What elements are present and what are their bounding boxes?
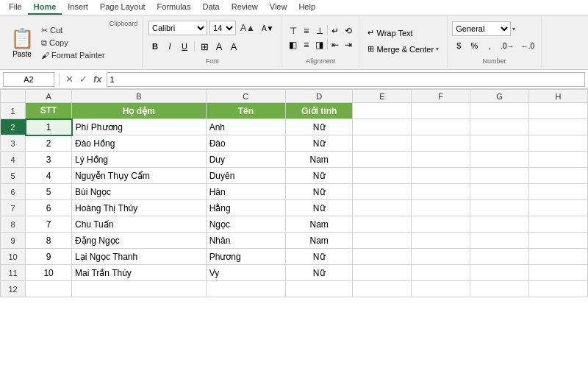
confirm-icon[interactable]: ✓ xyxy=(78,74,89,85)
number-format-arrow[interactable]: ▾ xyxy=(512,26,515,32)
row-header-7[interactable]: 7 xyxy=(1,200,26,216)
copy-button[interactable]: ⧉ Copy xyxy=(40,38,107,49)
data-cell[interactable]: 8 xyxy=(26,233,72,249)
row-header-10[interactable]: 10 xyxy=(1,249,26,265)
data-cell[interactable] xyxy=(470,233,529,249)
data-cell[interactable]: Phí Phương xyxy=(72,119,207,135)
header-cell[interactable] xyxy=(353,103,412,119)
data-cell[interactable]: 6 xyxy=(26,200,72,216)
data-cell[interactable]: Mai Trần Thúy xyxy=(72,265,207,281)
format-painter-button[interactable]: 🖌 Format Painter xyxy=(40,50,107,60)
data-cell[interactable] xyxy=(412,168,470,184)
data-cell[interactable] xyxy=(412,249,470,265)
align-center-button[interactable]: ≡ xyxy=(301,38,312,50)
tab-file[interactable]: File xyxy=(3,0,28,15)
row-header-1[interactable]: 1 xyxy=(1,103,26,119)
underline-button[interactable]: U xyxy=(178,39,191,54)
data-cell[interactable]: Anh xyxy=(206,119,285,135)
data-cell[interactable] xyxy=(353,233,412,249)
header-cell[interactable]: Tên xyxy=(206,103,285,119)
data-cell[interactable] xyxy=(412,265,470,281)
data-cell[interactable]: Nữ xyxy=(286,184,353,200)
tab-data[interactable]: Data xyxy=(196,0,225,15)
row-header-5[interactable]: 5 xyxy=(1,168,26,184)
align-middle-button[interactable]: ≡ xyxy=(301,24,312,36)
align-left-button[interactable]: ◧ xyxy=(287,38,299,50)
increase-decimal-button[interactable]: ←.0 xyxy=(519,38,537,53)
row-header-2[interactable]: 2 xyxy=(1,119,26,135)
align-bottom-button[interactable]: ⊥ xyxy=(314,24,326,36)
number-format-select[interactable]: General xyxy=(452,21,511,36)
data-cell[interactable] xyxy=(529,265,588,281)
data-cell[interactable]: Lý Hồng xyxy=(72,152,207,168)
row-header-12[interactable]: 12 xyxy=(1,281,26,297)
data-cell[interactable] xyxy=(72,281,207,297)
percent-button[interactable]: % xyxy=(467,38,481,53)
decrease-decimal-button[interactable]: .0→ xyxy=(498,38,516,53)
data-cell[interactable] xyxy=(353,200,412,216)
name-box[interactable] xyxy=(3,72,54,87)
data-cell[interactable] xyxy=(470,249,529,265)
data-cell[interactable]: Chu Tuấn xyxy=(72,216,207,233)
data-cell[interactable] xyxy=(286,281,353,297)
function-icon[interactable]: fx xyxy=(92,74,104,85)
row-header-9[interactable]: 9 xyxy=(1,233,26,249)
font-size-decrease-button[interactable]: A▼ xyxy=(259,21,276,35)
data-cell[interactable]: Nam xyxy=(286,233,353,249)
data-cell[interactable] xyxy=(206,281,285,297)
row-header-11[interactable]: 11 xyxy=(1,265,26,281)
tab-insert[interactable]: Insert xyxy=(62,0,94,15)
increase-indent-button[interactable]: ⇥ xyxy=(343,38,354,50)
data-cell[interactable] xyxy=(353,184,412,200)
text-direction-button[interactable]: ⟲ xyxy=(343,24,354,36)
data-cell[interactable] xyxy=(353,249,412,265)
col-header-E[interactable]: E xyxy=(353,90,412,103)
data-cell[interactable]: Duy xyxy=(206,152,285,168)
col-header-F[interactable]: F xyxy=(412,90,470,103)
header-cell[interactable]: Họ đệm xyxy=(72,103,207,119)
data-cell[interactable] xyxy=(412,216,470,233)
data-cell[interactable] xyxy=(26,281,72,297)
data-cell[interactable]: 2 xyxy=(26,135,72,152)
font-color-button[interactable]: A xyxy=(227,39,240,54)
data-cell[interactable]: Nữ xyxy=(286,200,353,216)
data-cell[interactable] xyxy=(470,119,529,135)
data-cell[interactable]: Nữ xyxy=(286,168,353,184)
data-cell[interactable]: Hoàng Thị Thúy xyxy=(72,200,207,216)
data-cell[interactable] xyxy=(353,152,412,168)
data-cell[interactable] xyxy=(529,135,588,152)
data-cell[interactable] xyxy=(412,281,470,297)
data-cell[interactable] xyxy=(353,135,412,152)
data-cell[interactable] xyxy=(470,200,529,216)
row-header-6[interactable]: 6 xyxy=(1,184,26,200)
wrap-text-icon-button[interactable]: ↵ xyxy=(329,24,341,36)
align-top-button[interactable]: ⊤ xyxy=(287,24,299,36)
data-cell[interactable]: Nữ xyxy=(286,249,353,265)
data-cell[interactable] xyxy=(412,152,470,168)
data-cell[interactable] xyxy=(470,216,529,233)
data-cell[interactable]: Duyên xyxy=(206,168,285,184)
data-cell[interactable]: Bùi Ngọc xyxy=(72,184,207,200)
data-cell[interactable]: Đào Hồng xyxy=(72,135,207,152)
data-cell[interactable]: 9 xyxy=(26,249,72,265)
comma-button[interactable]: , xyxy=(483,38,496,53)
data-cell[interactable] xyxy=(529,119,588,135)
data-cell[interactable] xyxy=(529,184,588,200)
merge-center-button[interactable]: ⊞ Merge & Center ▾ xyxy=(364,42,442,56)
data-cell[interactable]: Nam xyxy=(286,216,353,233)
header-cell[interactable] xyxy=(470,103,529,119)
row-header-8[interactable]: 8 xyxy=(1,216,26,233)
data-cell[interactable] xyxy=(529,216,588,233)
data-cell[interactable] xyxy=(470,168,529,184)
cancel-icon[interactable]: ✕ xyxy=(64,74,75,85)
col-header-H[interactable]: H xyxy=(529,90,588,103)
data-cell[interactable] xyxy=(353,281,412,297)
data-cell[interactable]: 10 xyxy=(26,265,72,281)
data-cell[interactable]: Ngọc xyxy=(206,216,285,233)
data-cell[interactable]: Đặng Ngọc xyxy=(72,233,207,249)
data-cell[interactable] xyxy=(470,152,529,168)
formula-input[interactable] xyxy=(107,72,585,87)
data-cell[interactable] xyxy=(529,200,588,216)
tab-home[interactable]: Home xyxy=(28,0,62,15)
data-cell[interactable] xyxy=(470,265,529,281)
